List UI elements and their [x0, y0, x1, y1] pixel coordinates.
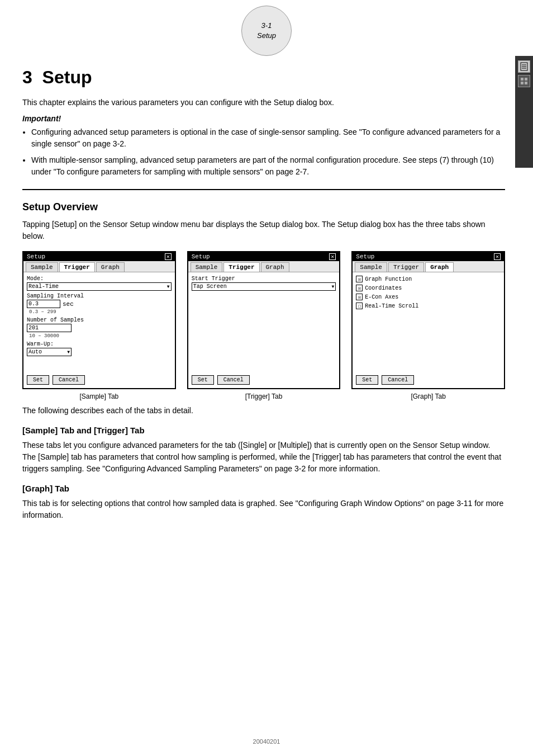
graph-dialog: Setup ✕ Sample Trigger Graph ☒ Graph Fun…: [351, 251, 505, 389]
graph-dialog-tabs: Sample Trigger Graph: [353, 261, 504, 272]
trigger-dialog-footer: Set Cancel: [188, 373, 340, 388]
important-label: Important!: [22, 114, 505, 123]
num-samples-hint: 10 – 30000: [29, 333, 59, 339]
sample-dialog-body: Mode: Real-Time▼ Sampling Interval sec 0…: [23, 272, 175, 373]
graph-dialog-titlebar: Setup ✕: [353, 252, 504, 261]
checkbox-econ-axes-label: E-Con Axes: [365, 294, 398, 300]
trigger-dialog-body: Start Trigger Tap Screen▼: [188, 272, 340, 373]
sample-tab-graph[interactable]: Graph: [96, 262, 125, 272]
sample-dialog-close[interactable]: ✕: [165, 253, 172, 260]
dialogs-row: Setup ✕ Sample Trigger Graph Mode: Real-…: [22, 251, 505, 400]
graph-cancel-button[interactable]: Cancel: [382, 375, 414, 385]
trigger-dialog-close[interactable]: ✕: [329, 253, 336, 260]
svg-rect-4: [521, 78, 524, 81]
sampling-interval-input[interactable]: [27, 300, 60, 308]
mode-label: Mode:: [27, 276, 172, 282]
checkbox-econ-axes-box[interactable]: ☒: [356, 294, 363, 300]
page-tab-line2: Setup: [257, 31, 276, 41]
trigger-dialog-titlebar: Setup ✕: [188, 252, 340, 261]
trigger-tab-trigger[interactable]: Trigger: [223, 262, 259, 272]
trigger-tab-graph[interactable]: Graph: [261, 262, 289, 272]
sample-dialog-label: [Sample] Tab: [79, 393, 118, 400]
svg-rect-7: [525, 82, 527, 84]
checkbox-coordinates-label: Coordinates: [365, 285, 402, 291]
sampling-interval-field: Sampling Interval sec 0.3 – 299: [27, 293, 172, 315]
graph-set-button[interactable]: Set: [356, 375, 378, 385]
svg-rect-6: [521, 82, 524, 84]
graph-tab-section-title: [Graph] Tab: [22, 484, 505, 493]
mode-arrow: ▼: [167, 284, 170, 289]
trigger-dialog-title: Setup: [192, 253, 210, 260]
footer-page: 20040201: [253, 738, 280, 745]
sampling-interval-row: sec: [27, 300, 172, 308]
trigger-arrow: ▼: [332, 284, 335, 289]
warmup-select[interactable]: Auto▼: [27, 348, 72, 356]
trigger-dialog-label: [Trigger] Tab: [245, 393, 283, 400]
setup-overview-title: Setup Overview: [22, 201, 505, 213]
sample-tab-sample[interactable]: Sample: [26, 262, 58, 272]
sample-dialog-wrapper: Setup ✕ Sample Trigger Graph Mode: Real-…: [22, 251, 176, 400]
right-sidebar: [515, 56, 533, 168]
following-text: The following describes each of the tabs…: [22, 405, 505, 417]
checkbox-graph-function: ☒ Graph Function: [356, 276, 501, 282]
mode-field: Mode: Real-Time▼: [27, 276, 172, 291]
start-trigger-field: Start Trigger Tap Screen▼: [192, 276, 336, 291]
sample-dialog: Setup ✕ Sample Trigger Graph Mode: Real-…: [22, 251, 176, 389]
sample-dialog-tabs: Sample Trigger Graph: [23, 261, 175, 272]
sidebar-icon-grid: [518, 75, 530, 87]
warmup-label: Warm-Up:: [27, 341, 172, 347]
trigger-dialog: Setup ✕ Sample Trigger Graph Start Trigg…: [187, 251, 341, 389]
page-tab-circle: 3-1 Setup: [241, 6, 292, 56]
trigger-set-button[interactable]: Set: [192, 375, 214, 385]
sample-dialog-titlebar: Setup ✕: [23, 252, 175, 261]
warmup-field: Warm-Up: Auto▼: [27, 341, 172, 356]
graph-tab-section-text: This tab is for selecting options that c…: [22, 498, 505, 521]
graph-tab-trigger[interactable]: Trigger: [388, 262, 424, 272]
graph-dialog-body: ☒ Graph Function ☒ Coordinates ☒ E-Con A…: [353, 272, 504, 373]
bullet-2: With multiple-sensor sampling, advanced …: [31, 154, 505, 178]
num-samples-field: Number of Samples 10 – 30000: [27, 317, 172, 339]
num-samples-label: Number of Samples: [27, 317, 172, 323]
warmup-arrow: ▼: [67, 349, 70, 355]
trigger-dialog-wrapper: Setup ✕ Sample Trigger Graph Start Trigg…: [187, 251, 341, 400]
sample-cancel-button[interactable]: Cancel: [53, 375, 85, 385]
checkbox-coordinates: ☒ Coordinates: [356, 285, 501, 291]
bullet-1: Configuring advanced setup parameters is…: [31, 126, 505, 150]
sampling-interval-unit: sec: [63, 301, 74, 308]
sampling-interval-label: Sampling Interval: [27, 293, 172, 299]
graph-dialog-title: Setup: [356, 253, 374, 260]
checkbox-econ-axes: ☒ E-Con Axes: [356, 294, 501, 300]
num-samples-input[interactable]: [27, 324, 72, 332]
checkbox-realtime-scroll-label: Real-Time Scroll: [365, 303, 418, 309]
checkbox-coordinates-box[interactable]: ☒: [356, 285, 363, 291]
sample-trigger-section-text: These tabs let you configure advanced pa…: [22, 440, 505, 475]
trigger-cancel-button[interactable]: Cancel: [217, 375, 250, 385]
checkbox-realtime-scroll: ☐ Real-Time Scroll: [356, 303, 501, 309]
graph-dialog-footer: Set Cancel: [353, 373, 504, 388]
sidebar-icon-doc: [518, 60, 530, 73]
svg-rect-5: [525, 78, 527, 81]
graph-dialog-close[interactable]: ✕: [494, 253, 501, 260]
sample-tab-trigger[interactable]: Trigger: [59, 262, 95, 272]
graph-tab-sample[interactable]: Sample: [355, 262, 387, 272]
start-trigger-select[interactable]: Tap Screen▼: [192, 282, 336, 291]
main-content: 3 Setup This chapter explains the variou…: [22, 0, 505, 521]
checkbox-graph-function-label: Graph Function: [365, 276, 412, 282]
checkbox-graph-function-box[interactable]: ☒: [356, 276, 363, 282]
sampling-interval-hint: 0.3 – 299: [29, 309, 56, 315]
trigger-tab-sample[interactable]: Sample: [191, 262, 223, 272]
setup-overview-intro: Tapping [Setup] on the Sensor Setup wind…: [22, 219, 505, 242]
important-bullets: Configuring advanced setup parameters is…: [31, 126, 505, 178]
section-divider: [22, 189, 505, 190]
sample-set-button[interactable]: Set: [27, 375, 49, 385]
mode-select[interactable]: Real-Time▼: [27, 282, 172, 291]
sample-dialog-footer: Set Cancel: [23, 373, 175, 388]
checkbox-realtime-scroll-box[interactable]: ☐: [356, 303, 363, 309]
start-trigger-label: Start Trigger: [192, 276, 336, 282]
graph-tab-graph[interactable]: Graph: [425, 262, 454, 272]
sample-trigger-section-title: [Sample] Tab and [Trigger] Tab: [22, 426, 505, 435]
sample-dialog-title: Setup: [27, 253, 45, 260]
graph-dialog-wrapper: Setup ✕ Sample Trigger Graph ☒ Graph Fun…: [351, 251, 505, 400]
trigger-dialog-tabs: Sample Trigger Graph: [188, 261, 340, 272]
chapter-intro: This chapter explains the various parame…: [22, 97, 505, 108]
